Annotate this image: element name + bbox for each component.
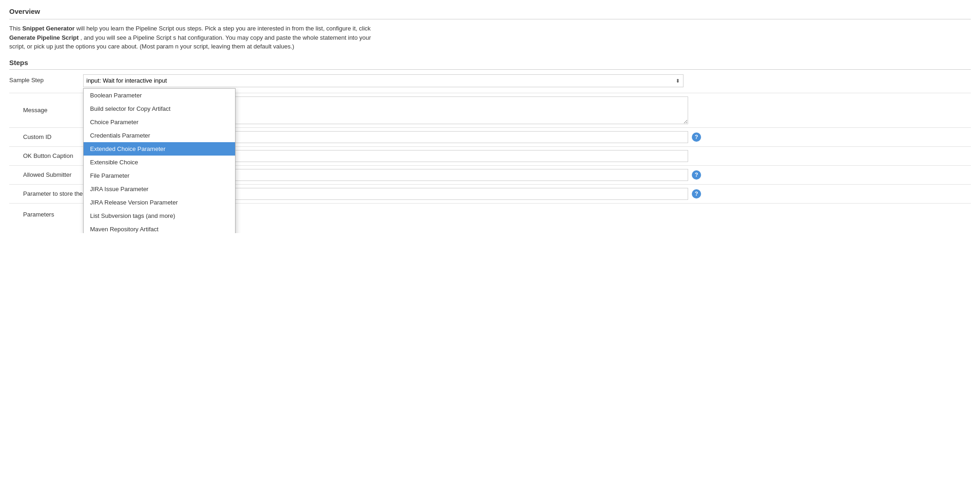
message-input-area xyxy=(157,96,971,124)
sample-step-select[interactable]: input: Wait for interactive input xyxy=(83,74,684,87)
overview-title: Overview xyxy=(9,7,971,19)
approving-submitter-input-area: ? xyxy=(157,188,971,200)
custom-id-input[interactable] xyxy=(157,131,688,143)
steps-title: Steps xyxy=(9,59,971,70)
approving-submitter-help-icon[interactable]: ? xyxy=(692,189,701,198)
allowed-submitter-input-area: ? xyxy=(157,169,971,181)
overview-text-part4: , and you will see a Pipeline Script s xyxy=(80,34,176,41)
overview-text-part6: script, or pick up just the options you … xyxy=(9,43,174,50)
overview-text-part7: n your script, leaving them at default v… xyxy=(175,43,294,50)
message-textarea[interactable] xyxy=(157,96,688,124)
dropdown-item-maven-repository-artifact[interactable]: Maven Repository Artifact xyxy=(84,222,235,233)
overview-text: This Snippet Generator will help you lea… xyxy=(9,24,971,51)
overview-text-part1: This xyxy=(9,25,22,32)
parameters-input-area: Add ▼ ? xyxy=(157,207,971,222)
dropdown-item-extended-choice-parameter[interactable]: Extended Choice Parameter xyxy=(84,142,235,156)
steps-control: input: Wait for interactive input ⬍ Bool… xyxy=(83,74,971,87)
overview-snippet-generator: Snippet Generator xyxy=(22,25,74,32)
ok-button-caption-input-area xyxy=(157,150,971,162)
dropdown-item-jira-issue-parameter[interactable]: JIRA Issue Parameter xyxy=(84,182,235,196)
ok-button-caption-input[interactable] xyxy=(157,150,688,162)
allowed-submitter-input[interactable] xyxy=(157,169,688,181)
allowed-submitter-help-icon[interactable]: ? xyxy=(692,170,701,180)
dropdown-item-list-subversion-tags[interactable]: List Subversion tags (and more) xyxy=(84,209,235,222)
dropdown-item-file-parameter[interactable]: File Parameter xyxy=(84,169,235,182)
overview-generate-label: Generate Pipeline Script xyxy=(9,34,79,41)
sample-step-label: Sample Step xyxy=(9,74,83,84)
dropdown-item-extensible-choice[interactable]: Extensible Choice xyxy=(84,156,235,169)
dropdown-item-credentials-parameter[interactable]: Credentials Parameter xyxy=(84,129,235,142)
page-wrapper: Overview This Snippet Generator will hel… xyxy=(0,0,980,233)
sample-step-select-wrapper[interactable]: input: Wait for interactive input ⬍ xyxy=(83,74,684,87)
approving-submitter-input[interactable] xyxy=(157,188,688,200)
custom-id-input-area: ? xyxy=(157,131,971,143)
overview-text-part5: hat configuration. You may copy and past… xyxy=(178,34,371,41)
overview-text-part2: will help you learn the Pipeline Script xyxy=(76,25,174,32)
steps-row: Sample Step input: Wait for interactive … xyxy=(9,74,971,87)
custom-id-help-icon[interactable]: ? xyxy=(692,132,701,142)
dropdown-item-boolean-parameter[interactable]: Boolean Parameter xyxy=(84,89,235,102)
dropdown-menu: Boolean Parameter Build selector for Cop… xyxy=(83,88,236,233)
overview-text-part3: ous steps. Pick a step you are intereste… xyxy=(176,25,371,32)
dropdown-item-jira-release-version[interactable]: JIRA Release Version Parameter xyxy=(84,196,235,209)
dropdown-item-choice-parameter[interactable]: Choice Parameter xyxy=(84,115,235,129)
dropdown-item-build-selector[interactable]: Build selector for Copy Artifact xyxy=(84,102,235,115)
